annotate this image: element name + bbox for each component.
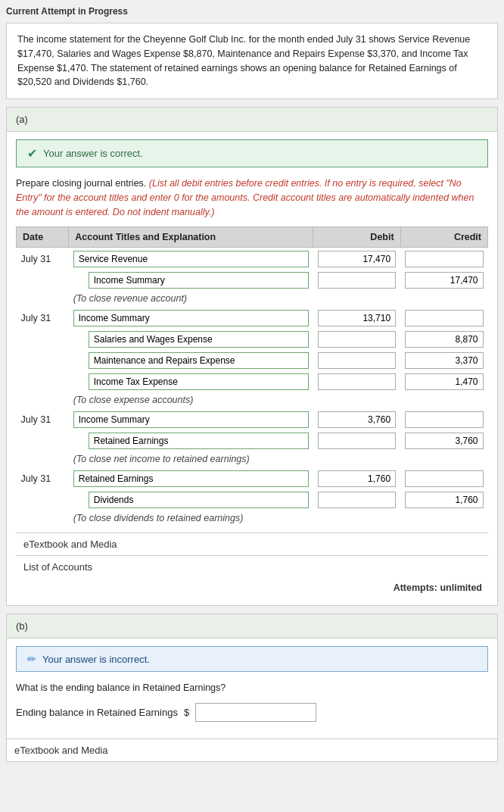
entry-account[interactable] <box>69 467 313 489</box>
entry-debit[interactable] <box>313 269 400 290</box>
account-input[interactable] <box>73 310 309 326</box>
entry-credit[interactable] <box>400 467 487 489</box>
table-row: July 31 <box>17 408 488 429</box>
entry-debit[interactable] <box>313 429 400 451</box>
entry-debit[interactable] <box>313 408 400 429</box>
entry-credit[interactable] <box>400 269 487 290</box>
account-input[interactable] <box>73 470 309 487</box>
debit-input[interactable] <box>318 492 396 508</box>
entry-debit[interactable] <box>313 307 400 328</box>
entry-credit[interactable] <box>400 248 487 270</box>
credit-input[interactable] <box>405 310 483 326</box>
debit-input[interactable] <box>318 352 396 369</box>
credit-input[interactable] <box>405 352 483 369</box>
debit-input[interactable] <box>318 251 396 267</box>
entry-note: (To close dividends to retained earnings… <box>69 510 488 526</box>
entry-credit[interactable] <box>400 370 487 392</box>
credit-input[interactable] <box>405 251 483 267</box>
account-input[interactable] <box>89 272 309 289</box>
table-row: (To close expense accounts) <box>17 392 488 408</box>
correct-banner: ✔ Your answer is correct. <box>16 139 488 167</box>
account-input[interactable] <box>73 251 309 267</box>
debit-input[interactable] <box>318 433 396 449</box>
section-a-label: (a) <box>16 114 28 125</box>
entry-account[interactable] <box>69 349 313 370</box>
entry-date <box>17 349 69 370</box>
credit-input[interactable] <box>405 373 483 390</box>
current-attempt-label: Current Attempt in Progress <box>6 6 498 17</box>
entry-debit[interactable] <box>313 370 400 392</box>
section-b-card: (b) ✏ Your answer is incorrect. What is … <box>6 614 498 762</box>
debit-input[interactable] <box>318 331 396 348</box>
credit-input[interactable] <box>405 470 483 487</box>
account-input[interactable] <box>89 331 309 348</box>
attempts-label: Attempts: unlimited <box>16 578 488 598</box>
entry-account[interactable] <box>69 269 313 290</box>
table-row: July 31 <box>17 467 488 489</box>
entry-credit[interactable] <box>400 307 487 328</box>
table-row <box>17 370 488 392</box>
entry-account[interactable] <box>69 429 313 451</box>
table-row: July 31 <box>17 248 488 270</box>
entry-debit[interactable] <box>313 248 400 270</box>
entry-note: (To close net income to retained earning… <box>69 451 488 467</box>
etextbook-link[interactable]: eTextbook and Media <box>16 533 488 556</box>
col-header-debit: Debit <box>313 227 400 248</box>
account-input[interactable] <box>89 433 309 449</box>
entry-note: (To close expense accounts) <box>69 392 488 408</box>
ending-balance-label: Ending balance in Retained Earnings <box>16 707 178 718</box>
credit-input[interactable] <box>405 272 483 289</box>
entry-account[interactable] <box>69 370 313 392</box>
entry-debit[interactable] <box>313 467 400 489</box>
entry-credit[interactable] <box>400 408 487 429</box>
entry-debit[interactable] <box>313 349 400 370</box>
table-row: (To close net income to retained earning… <box>17 451 488 467</box>
credit-input[interactable] <box>405 331 483 348</box>
account-input[interactable] <box>89 352 309 369</box>
section-a-card: (a) ✔ Your answer is correct. Prepare cl… <box>6 107 498 606</box>
section-a-header: (a) <box>7 108 497 132</box>
entry-account[interactable] <box>69 248 313 270</box>
ending-balance-row: Ending balance in Retained Earnings $ <box>16 703 488 722</box>
credit-input[interactable] <box>405 492 483 508</box>
account-input[interactable] <box>73 411 309 428</box>
entry-date: July 31 <box>17 467 69 489</box>
debit-input[interactable] <box>318 411 396 428</box>
table-row <box>17 269 488 290</box>
section-b-question: What is the ending balance in Retained E… <box>16 681 488 695</box>
instruction-normal: Prepare closing journal entries. <box>16 178 146 189</box>
section-a-body: ✔ Your answer is correct. Prepare closin… <box>7 132 497 605</box>
debit-input[interactable] <box>318 470 396 487</box>
etextbook-link-b[interactable]: eTextbook and Media <box>7 739 497 761</box>
journal-table: Date Account Titles and Explanation Debi… <box>16 226 488 526</box>
list-of-accounts-link[interactable]: List of Accounts <box>16 556 488 578</box>
section-b-header: (b) <box>7 614 497 639</box>
entry-debit[interactable] <box>313 489 400 510</box>
entry-date: July 31 <box>17 307 69 328</box>
entry-credit[interactable] <box>400 349 487 370</box>
col-header-account: Account Titles and Explanation <box>69 227 313 248</box>
entry-credit[interactable] <box>400 328 487 349</box>
table-row <box>17 349 488 370</box>
debit-input[interactable] <box>318 373 396 390</box>
entry-account[interactable] <box>69 489 313 510</box>
debit-input[interactable] <box>318 310 396 326</box>
table-row <box>17 489 488 510</box>
entry-account[interactable] <box>69 307 313 328</box>
entry-account[interactable] <box>69 408 313 429</box>
credit-input[interactable] <box>405 411 483 428</box>
entry-credit[interactable] <box>400 429 487 451</box>
entry-debit[interactable] <box>313 328 400 349</box>
entry-credit[interactable] <box>400 489 487 510</box>
account-input[interactable] <box>89 492 309 508</box>
col-header-credit: Credit <box>400 227 487 248</box>
account-input[interactable] <box>89 373 309 390</box>
attempts-text: Attempts: unlimited <box>394 582 482 593</box>
debit-input[interactable] <box>318 272 396 289</box>
credit-input[interactable] <box>405 433 483 449</box>
ending-balance-input[interactable] <box>195 703 316 722</box>
entry-account[interactable] <box>69 328 313 349</box>
table-row: July 31 <box>17 307 488 328</box>
entry-date <box>17 269 69 290</box>
entry-note: (To close revenue account) <box>69 290 488 307</box>
